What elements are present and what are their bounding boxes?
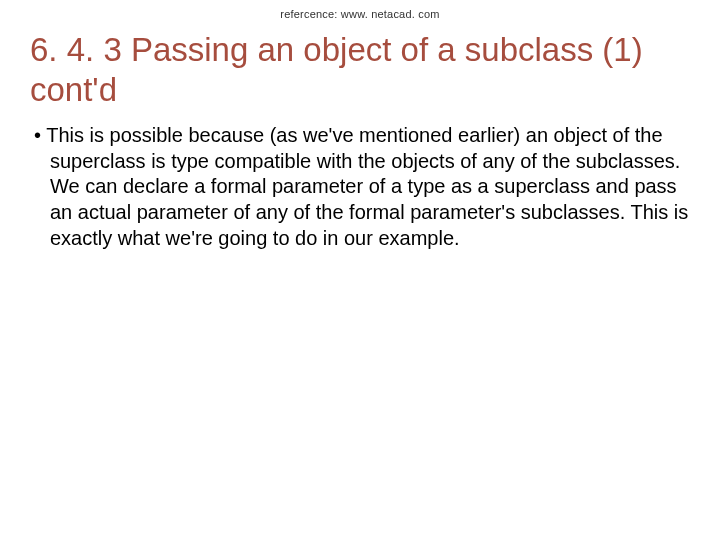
slide: refercence: www. netacad. com 6. 4. 3 Pa… xyxy=(0,0,720,540)
bullet-item: This is possible because (as we've menti… xyxy=(34,123,690,251)
bullet-list: This is possible because (as we've menti… xyxy=(30,123,690,251)
slide-title: 6. 4. 3 Passing an object of a subclass … xyxy=(30,30,690,109)
slide-body: This is possible because (as we've menti… xyxy=(30,123,690,251)
reference-line: refercence: www. netacad. com xyxy=(30,0,690,20)
